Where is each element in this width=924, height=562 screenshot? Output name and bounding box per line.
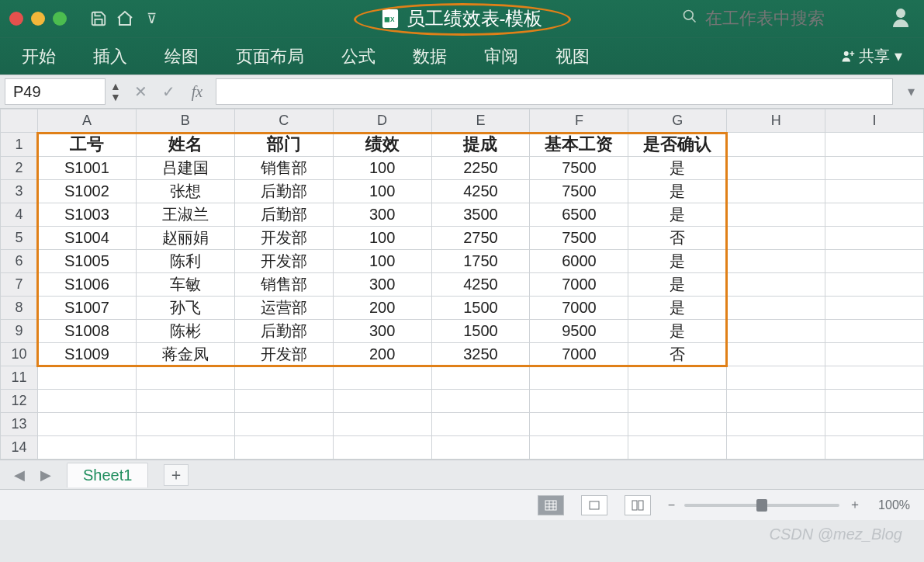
home-button[interactable] [112,5,138,32]
cell[interactable] [825,273,924,297]
row-header[interactable]: 10 [1,343,38,366]
cell[interactable]: 陈彬 [136,320,234,343]
cell[interactable] [136,413,234,436]
row-header[interactable]: 3 [1,180,38,203]
cell[interactable] [234,436,333,460]
cell[interactable] [37,436,136,460]
cell[interactable]: 张想 [136,180,234,203]
cell[interactable]: 陈利 [136,250,234,273]
cell[interactable]: S1002 [37,180,136,203]
cell[interactable] [530,413,628,436]
cell[interactable] [727,157,825,180]
view-normal-icon[interactable] [538,495,564,515]
cell[interactable]: 300 [333,320,431,343]
cell[interactable]: 否 [628,343,727,366]
column-header[interactable]: H [727,109,825,133]
cell[interactable]: 是否确认 [628,133,727,157]
cell[interactable]: 4250 [431,180,530,203]
cell[interactable]: 运营部 [234,297,333,320]
zoom-slider[interactable]: − ＋ [668,497,861,513]
cell[interactable] [136,366,234,390]
tab-draw[interactable]: 绘图 [164,45,199,68]
cell[interactable]: 1500 [431,297,530,320]
share-button[interactable]: 共享 ▾ [841,46,902,67]
cell[interactable]: 蒋金凤 [136,343,234,366]
column-header[interactable]: A [37,109,136,133]
cell[interactable]: S1001 [37,157,136,180]
cell[interactable] [825,320,924,343]
cell[interactable] [825,413,924,436]
cell[interactable] [727,436,825,460]
cell[interactable] [136,436,234,460]
row-header[interactable]: 5 [1,227,38,250]
cell[interactable] [333,436,431,460]
cell[interactable]: 2750 [431,227,530,250]
cell[interactable]: 提成 [431,133,530,157]
cell[interactable]: 开发部 [234,250,333,273]
select-all-corner[interactable] [1,109,38,133]
cell[interactable]: 6500 [530,203,628,227]
cell[interactable]: 100 [333,157,431,180]
zoom-thumb[interactable] [756,499,767,512]
tab-home[interactable]: 开始 [22,45,56,68]
cell[interactable]: 后勤部 [234,203,333,227]
cell[interactable]: 7500 [530,180,628,203]
cell[interactable]: 1750 [431,250,530,273]
spreadsheet-grid[interactable]: ABCDEFGHI1工号姓名部门绩效提成基本工资是否确认2S1001吕建国销售部… [0,109,924,460]
cell[interactable] [727,343,825,366]
chevron-up-icon[interactable]: ▲ [110,81,121,92]
cell[interactable] [825,227,924,250]
cell[interactable]: 吕建国 [136,157,234,180]
cell[interactable]: 是 [628,203,727,227]
cell[interactable] [333,413,431,436]
column-header[interactable]: D [333,109,431,133]
cell[interactable]: 部门 [234,133,333,157]
namebox-stepper[interactable]: ▲▼ [110,81,121,102]
cell[interactable] [825,157,924,180]
prev-sheet-icon[interactable]: ◀ [14,467,25,484]
cell[interactable]: 是 [628,157,727,180]
column-header[interactable]: B [136,109,234,133]
column-header[interactable]: I [825,109,924,133]
cell[interactable] [727,390,825,413]
cell[interactable] [825,180,924,203]
cell[interactable]: 开发部 [234,227,333,250]
row-header[interactable]: 13 [1,413,38,436]
row-header[interactable]: 9 [1,320,38,343]
cell[interactable] [628,390,727,413]
save-button[interactable] [85,5,112,32]
cell[interactable]: 是 [628,297,727,320]
cell[interactable] [825,133,924,157]
name-box[interactable]: P49 [5,78,106,105]
cell[interactable] [628,366,727,390]
cell[interactable]: 6000 [530,250,628,273]
cell[interactable] [37,390,136,413]
user-presence-icon[interactable] [891,7,915,30]
row-header[interactable]: 12 [1,390,38,413]
cell[interactable] [234,413,333,436]
cell[interactable]: S1006 [37,273,136,297]
cell[interactable]: 100 [333,250,431,273]
cell[interactable] [825,203,924,227]
cell[interactable]: 1500 [431,320,530,343]
search-box[interactable] [682,9,876,29]
tab-data[interactable]: 数据 [413,45,447,68]
search-input[interactable] [705,9,876,29]
row-header[interactable]: 2 [1,157,38,180]
cell[interactable]: 9500 [530,320,628,343]
cell[interactable]: S1003 [37,203,136,227]
tab-page-layout[interactable]: 页面布局 [236,45,304,68]
zoom-track[interactable] [684,504,839,507]
maximize-window-icon[interactable] [53,12,67,26]
tab-review[interactable]: 审阅 [484,45,518,68]
cell[interactable] [628,413,727,436]
cell[interactable]: 姓名 [136,133,234,157]
chevron-down-icon[interactable]: ▼ [110,92,121,102]
cell[interactable]: 绩效 [333,133,431,157]
row-header[interactable]: 7 [1,273,38,297]
tab-view[interactable]: 视图 [555,45,590,68]
cell[interactable]: S1005 [37,250,136,273]
cell[interactable]: 车敏 [136,273,234,297]
accept-formula-icon[interactable]: ✓ [155,82,183,101]
cell[interactable] [825,390,924,413]
